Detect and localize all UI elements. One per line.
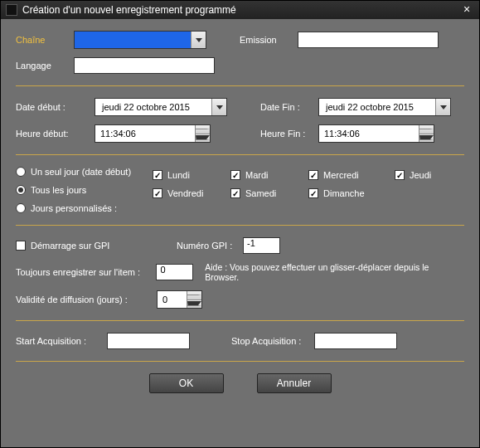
heure-fin-label: Heure Fin : <box>260 129 318 139</box>
chaine-combo[interactable] <box>74 31 206 49</box>
emission-input[interactable] <box>298 32 439 48</box>
date-fin-picker[interactable]: jeudi 22 octobre 2015 <box>318 98 451 116</box>
spin-down-button[interactable] <box>419 134 434 143</box>
divider-4 <box>16 320 464 321</box>
date-debut-button[interactable] <box>211 99 226 115</box>
app-icon <box>6 4 17 16</box>
radio-custom-label: Jours personnalisés : <box>31 203 117 213</box>
chevron-down-icon <box>196 135 210 140</box>
chevron-down-icon <box>196 38 202 42</box>
spin-down-button[interactable] <box>187 300 201 309</box>
spin-up-button[interactable] <box>195 125 210 134</box>
date-debut-picker[interactable]: jeudi 22 octobre 2015 <box>95 98 227 116</box>
divider-1 <box>16 85 464 86</box>
date-debut-label: Date début : <box>16 102 95 112</box>
date-fin-value: jeudi 22 octobre 2015 <box>319 102 435 112</box>
help-text: Aide : Vous pouvez effectuer un glisser-… <box>205 262 464 282</box>
gpi-num-label: Numéro GPI : <box>177 241 243 251</box>
validity-label: Validité de diffusion (jours) : <box>16 295 157 304</box>
check-lundi[interactable]: Lundi <box>153 170 211 180</box>
check-jeudi[interactable]: Jeudi <box>395 170 453 180</box>
radio-one-day-label: Un seul jour (date début) <box>31 167 131 177</box>
chevron-up-icon <box>419 129 434 129</box>
validity-spinner[interactable]: 0 <box>157 290 202 309</box>
chevron-down-icon <box>187 301 201 306</box>
spin-up-button[interactable] <box>187 291 201 300</box>
divider-3 <box>16 225 464 226</box>
window-title: Création d'un nouvel enregistrement prog… <box>22 4 459 16</box>
gpi-start-label: Démarrage sur GPI <box>31 241 109 251</box>
langage-input[interactable] <box>74 57 215 74</box>
spin-down-button[interactable] <box>195 134 210 143</box>
radio-every-day[interactable]: Tous les jours <box>16 185 141 195</box>
validity-value: 0 <box>158 295 187 304</box>
check-gpi-start[interactable]: Démarrage sur GPI <box>16 241 165 251</box>
chevron-down-icon <box>419 135 434 140</box>
heure-fin-value: 11:34:06 <box>319 129 419 139</box>
date-fin-button[interactable] <box>435 99 450 115</box>
date-fin-label: Date Fin : <box>260 102 318 112</box>
chevron-down-icon <box>440 105 447 110</box>
heure-debut-value: 11:34:06 <box>95 129 195 139</box>
check-mercredi[interactable]: Mercredi <box>308 170 375 180</box>
close-button[interactable]: × <box>459 3 474 17</box>
chevron-down-icon <box>216 105 223 110</box>
divider-5 <box>16 361 464 362</box>
emission-label: Emission <box>240 35 298 45</box>
check-dimanche[interactable]: Dimanche <box>308 188 375 198</box>
always-item-input[interactable]: 0 <box>156 264 193 280</box>
check-samedi[interactable]: Samedi <box>230 188 288 198</box>
divider-2 <box>16 154 464 155</box>
langage-label: Langage <box>16 61 74 71</box>
start-acq-label: Start Acquisition : <box>16 336 107 346</box>
always-item-label: Toujours enregistrer sur l'item : <box>16 267 156 277</box>
gpi-num-input[interactable]: -1 <box>243 237 280 254</box>
chevron-up-icon <box>196 129 210 129</box>
radio-one-day[interactable]: Un seul jour (date début) <box>16 167 141 177</box>
stop-acq-input[interactable] <box>314 333 397 349</box>
radio-custom-days[interactable]: Jours personnalisés : <box>16 203 141 213</box>
heure-debut-label: Heure début: <box>16 129 95 139</box>
heure-fin-spinner[interactable]: 11:34:06 <box>318 124 434 143</box>
chaine-dropdown-button[interactable] <box>191 32 206 48</box>
chaine-selected <box>75 32 191 48</box>
chevron-up-icon <box>187 295 201 295</box>
radio-every-day-label: Tous les jours <box>31 185 86 195</box>
start-acq-input[interactable] <box>107 333 190 349</box>
cancel-button[interactable]: Annuler <box>257 373 332 393</box>
spin-up-button[interactable] <box>419 125 434 134</box>
stop-acq-label: Stop Acquisition : <box>231 336 314 346</box>
check-mardi[interactable]: Mardi <box>230 170 288 180</box>
check-vendredi[interactable]: Vendredi <box>153 188 211 198</box>
date-debut-value: jeudi 22 octobre 2015 <box>95 102 211 112</box>
heure-debut-spinner[interactable]: 11:34:06 <box>95 124 211 143</box>
titlebar: Création d'un nouvel enregistrement prog… <box>1 1 479 19</box>
chaine-label: Chaîne <box>16 35 74 45</box>
ok-button[interactable]: OK <box>149 373 224 393</box>
